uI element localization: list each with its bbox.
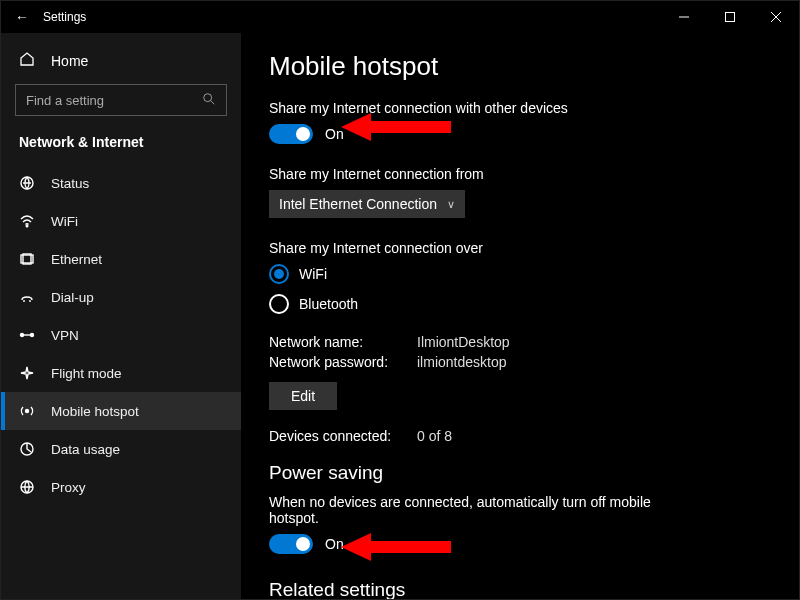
proxy-icon [19, 479, 35, 495]
sidebar-item-vpn[interactable]: VPN [1, 316, 241, 354]
share-from-label: Share my Internet connection from [269, 166, 771, 182]
sidebar-item-label: Mobile hotspot [51, 404, 139, 419]
sidebar-item-label: VPN [51, 328, 79, 343]
sidebar-item-dialup[interactable]: Dial-up [1, 278, 241, 316]
chevron-down-icon: ∨ [447, 198, 455, 211]
edit-button-label: Edit [291, 388, 315, 404]
datausage-icon [19, 441, 35, 457]
sidebar-item-ethernet[interactable]: Ethernet [1, 240, 241, 278]
close-button[interactable] [753, 1, 799, 33]
network-password-value: ilmiontdesktop [417, 354, 507, 370]
vpn-icon [19, 327, 35, 343]
network-password-label: Network password: [269, 354, 399, 370]
related-settings-header: Related settings [269, 579, 405, 599]
airplane-icon [19, 365, 35, 381]
wifi-icon [19, 213, 35, 229]
svg-point-12 [26, 410, 29, 413]
network-name-label: Network name: [269, 334, 399, 350]
radio-bluetooth-label: Bluetooth [299, 296, 358, 312]
sidebar-item-label: Status [51, 176, 89, 191]
svg-point-7 [26, 225, 28, 227]
dialup-icon [19, 289, 35, 305]
radio-wifi[interactable]: WiFi [269, 264, 771, 284]
sidebar-item-flightmode[interactable]: Flight mode [1, 354, 241, 392]
sidebar-item-label: Dial-up [51, 290, 94, 305]
share-from-value: Intel Ethernet Connection [279, 196, 437, 212]
devices-connected-value: 0 of 8 [417, 428, 452, 444]
sidebar-item-label: Proxy [51, 480, 86, 495]
sidebar-item-label: Ethernet [51, 252, 102, 267]
search-icon [202, 92, 216, 109]
svg-point-11 [31, 334, 34, 337]
sidebar-item-wifi[interactable]: WiFi [1, 202, 241, 240]
titlebar: ← Settings [1, 1, 799, 33]
power-saving-toggle[interactable] [269, 534, 313, 554]
svg-point-10 [21, 334, 24, 337]
share-with-label: Share my Internet connection with other … [269, 100, 771, 116]
main-content: Mobile hotspot Share my Internet connect… [241, 33, 799, 599]
devices-connected-label: Devices connected: [269, 428, 399, 444]
back-button[interactable]: ← [15, 9, 29, 25]
sidebar-home[interactable]: Home [1, 41, 241, 84]
window-title: Settings [43, 10, 86, 24]
power-saving-header: Power saving [269, 462, 771, 484]
sidebar-item-label: WiFi [51, 214, 78, 229]
radio-wifi-label: WiFi [299, 266, 327, 282]
svg-point-4 [204, 93, 212, 101]
sidebar-item-proxy[interactable]: Proxy [1, 468, 241, 506]
sidebar-item-status[interactable]: Status [1, 164, 241, 202]
share-with-toggle[interactable] [269, 124, 313, 144]
sidebar-item-mobilehotspot[interactable]: Mobile hotspot [1, 392, 241, 430]
sidebar-home-label: Home [51, 53, 88, 69]
svg-line-5 [211, 100, 215, 104]
sidebar-item-label: Flight mode [51, 366, 122, 381]
minimize-button[interactable] [661, 1, 707, 33]
edit-button[interactable]: Edit [269, 382, 337, 410]
page-title: Mobile hotspot [269, 51, 771, 82]
radio-bluetooth[interactable]: Bluetooth [269, 294, 771, 314]
share-over-label: Share my Internet connection over [269, 240, 771, 256]
hotspot-icon [19, 403, 35, 419]
search-placeholder: Find a setting [26, 93, 104, 108]
status-icon [19, 175, 35, 191]
svg-rect-1 [726, 13, 735, 22]
sidebar-item-label: Data usage [51, 442, 120, 457]
sidebar-category: Network & Internet [1, 134, 241, 164]
share-from-dropdown[interactable]: Intel Ethernet Connection ∨ [269, 190, 465, 218]
network-name-value: IlmiontDesktop [417, 334, 510, 350]
maximize-button[interactable] [707, 1, 753, 33]
power-saving-desc: When no devices are connected, automatic… [269, 494, 689, 526]
sidebar: Home Find a setting Network & Internet S… [1, 33, 241, 599]
share-with-state: On [325, 126, 344, 142]
ethernet-icon [19, 251, 35, 267]
sidebar-item-datausage[interactable]: Data usage [1, 430, 241, 468]
home-icon [19, 51, 35, 70]
search-input[interactable]: Find a setting [15, 84, 227, 116]
power-saving-state: On [325, 536, 344, 552]
